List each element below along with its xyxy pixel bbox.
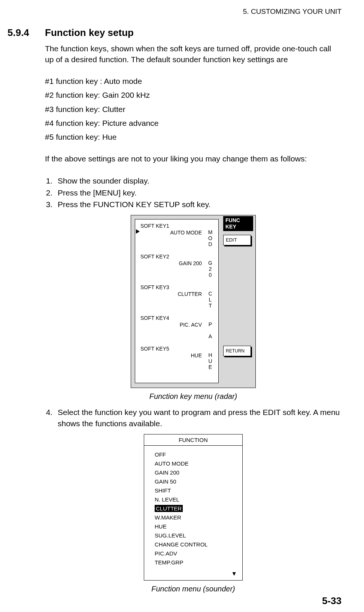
- return-button[interactable]: RETURN: [223, 346, 251, 356]
- softkey-5-name: SOFT KEY5: [140, 345, 169, 353]
- function-item[interactable]: TEMP.GRP: [155, 558, 236, 566]
- function-item[interactable]: HUE: [155, 522, 236, 530]
- function-item-selected[interactable]: CLUTTER: [155, 505, 236, 512]
- softkey-2-name: SOFT KEY2: [140, 253, 169, 261]
- softkey-3-value: CLUTTER: [178, 291, 202, 298]
- step-4: Select the function key you want to prog…: [55, 407, 342, 429]
- softkey-1-tag: M O D: [207, 229, 214, 247]
- step-2: Press the [MENU] key.: [55, 187, 342, 198]
- figure2-caption: Function menu (sounder): [45, 584, 342, 594]
- function-item[interactable]: CHANGE CONTROL: [155, 540, 236, 548]
- softkey-1-value: AUTO MODE: [170, 229, 202, 237]
- step-1: Show the sounder display.: [55, 175, 342, 186]
- panel-title-line1: FUNC: [225, 217, 240, 223]
- softkey-row-2[interactable]: SOFT KEY2 GAIN 200 G 2 0: [140, 253, 215, 284]
- softkey-2-value: GAIN 200: [179, 260, 202, 267]
- default-key-3: #3 function key: Clutter: [45, 104, 342, 115]
- section-number: 5.9.4: [7, 27, 45, 39]
- softkey-4-name: SOFT KEY4: [140, 315, 169, 322]
- cursor-icon: [136, 229, 140, 234]
- default-key-1: #1 function key : Auto mode: [45, 76, 342, 87]
- softkey-2-tag: G 2 0: [207, 260, 214, 278]
- function-item[interactable]: SUG.LEVEL: [155, 531, 236, 539]
- intro-paragraph: The function keys, shown when the soft k…: [45, 43, 342, 65]
- function-item[interactable]: W.MAKER: [155, 513, 236, 521]
- panel-title: FUNC KEY: [223, 216, 253, 231]
- step-3: Press the FUNCTION KEY SETUP soft key.: [55, 199, 342, 210]
- softkey-3-name: SOFT KEY3: [140, 284, 169, 291]
- function-item[interactable]: AUTO MODE: [155, 460, 236, 467]
- softkey-row-3[interactable]: SOFT KEY3 CLUTTER C L T: [140, 284, 215, 315]
- function-list-title: FUNCTION: [144, 434, 242, 446]
- function-list: OFF AUTO MODE GAIN 200 GAIN 50 SHIFT N. …: [144, 446, 242, 570]
- softkey-row-1[interactable]: SOFT KEY1 AUTO MODE M O D: [140, 222, 215, 253]
- softkey-4-tag: P A: [207, 321, 214, 339]
- softkey-1-name: SOFT KEY1: [140, 222, 169, 230]
- more-indicator-icon[interactable]: ▼: [144, 570, 242, 580]
- default-key-2: #2 function key: Gain 200 kHz: [45, 90, 342, 100]
- function-item[interactable]: N. LEVEL: [155, 496, 236, 503]
- default-key-4: #4 function key: Picture advance: [45, 118, 342, 128]
- softkey-list: SOFT KEY1 AUTO MODE M O D SOFT KEY2 GAIN…: [135, 219, 219, 383]
- section-title: Function key setup: [45, 27, 134, 39]
- figure-function-list: FUNCTION OFF AUTO MODE GAIN 200 GAIN 50 …: [144, 434, 243, 581]
- softkey-4-value: PIC. ACV: [180, 321, 202, 329]
- page-number: 5-33: [322, 595, 342, 607]
- function-item[interactable]: SHIFT: [155, 487, 236, 494]
- function-item[interactable]: OFF: [155, 451, 236, 458]
- figure-func-key-menu: FUNC KEY EDIT RETURN SOFT KEY1 AUTO MODE…: [131, 215, 256, 388]
- figure1-caption: Function key menu (radar): [45, 391, 342, 402]
- softkey-row-5[interactable]: SOFT KEY5 HUE H U E: [140, 345, 215, 379]
- default-key-5: #5 function key: Hue: [45, 131, 342, 142]
- panel-title-line2: KEY: [225, 224, 236, 230]
- function-item[interactable]: GAIN 200: [155, 469, 236, 476]
- change-intro: If the above settings are not to your li…: [45, 153, 342, 164]
- edit-button[interactable]: EDIT: [223, 235, 251, 245]
- function-item[interactable]: PIC.ADV: [155, 549, 236, 557]
- softkey-5-tag: H U E: [207, 352, 214, 370]
- chapter-header: 5. CUSTOMIZING YOUR UNIT: [7, 7, 342, 16]
- function-item[interactable]: GAIN 50: [155, 478, 236, 485]
- softkey-3-tag: C L T: [207, 291, 214, 309]
- softkey-row-4[interactable]: SOFT KEY4 PIC. ACV P A: [140, 315, 215, 345]
- softkey-5-value: HUE: [191, 352, 202, 360]
